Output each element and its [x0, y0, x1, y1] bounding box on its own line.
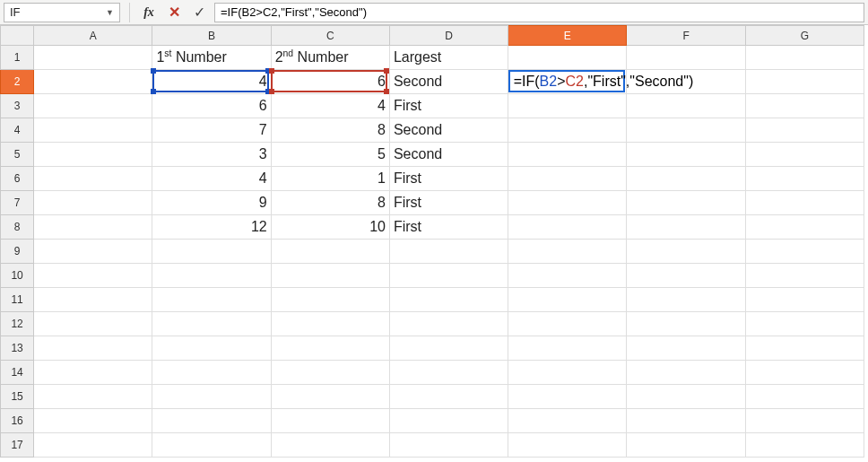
column-header-A[interactable]: A	[34, 26, 152, 46]
cell-A5[interactable]	[34, 143, 152, 167]
cell-B7[interactable]: 9	[152, 191, 271, 215]
column-header-C[interactable]: C	[271, 26, 389, 46]
cell-C2[interactable]: 6	[271, 70, 389, 94]
row-header-6[interactable]: 6	[1, 167, 34, 191]
spreadsheet-grid[interactable]: ABCDEFG 11st Number2nd NumberLargest246S…	[0, 25, 868, 462]
cell-D3[interactable]: First	[389, 94, 508, 118]
cell-B1[interactable]: 1st Number	[152, 46, 271, 70]
cell-D2[interactable]: Second	[389, 70, 508, 94]
cell-E6[interactable]	[508, 167, 627, 191]
cell-E2[interactable]	[508, 70, 627, 94]
cell-G13[interactable]	[745, 336, 864, 361]
cell-A16[interactable]	[34, 409, 152, 433]
cell-C14[interactable]	[271, 361, 389, 385]
cell-E15[interactable]	[508, 385, 627, 409]
cell-B6[interactable]: 4	[152, 167, 271, 191]
cell-E10[interactable]	[508, 264, 627, 288]
cell-B11[interactable]	[152, 288, 271, 312]
name-box[interactable]: IF ▼	[4, 3, 120, 22]
cell-A1[interactable]	[34, 46, 152, 70]
cell-G5[interactable]	[745, 143, 864, 167]
cell-C8[interactable]: 10	[271, 215, 389, 240]
cell-C17[interactable]	[271, 433, 389, 458]
row-header-1[interactable]: 1	[1, 46, 34, 70]
cell-D12[interactable]	[389, 312, 508, 336]
cell-G12[interactable]	[745, 312, 864, 336]
cell-C16[interactable]	[271, 409, 389, 433]
cell-B4[interactable]: 7	[152, 118, 271, 143]
cell-B14[interactable]	[152, 361, 271, 385]
cell-C4[interactable]: 8	[271, 118, 389, 143]
cell-G1[interactable]	[745, 46, 864, 70]
cell-F1[interactable]	[627, 46, 745, 70]
row-header-16[interactable]: 16	[1, 409, 34, 433]
row-header-8[interactable]: 8	[1, 215, 34, 240]
cell-G6[interactable]	[745, 167, 864, 191]
cell-C7[interactable]: 8	[271, 191, 389, 215]
row-header-7[interactable]: 7	[1, 191, 34, 215]
cell-A8[interactable]	[34, 215, 152, 240]
column-header-B[interactable]: B	[152, 26, 271, 46]
row-header-2[interactable]: 2	[1, 70, 34, 94]
cell-B10[interactable]	[152, 264, 271, 288]
row-header-15[interactable]: 15	[1, 385, 34, 409]
cell-F16[interactable]	[627, 409, 745, 433]
cell-F7[interactable]	[627, 191, 745, 215]
cell-F3[interactable]	[627, 94, 745, 118]
cell-B17[interactable]	[152, 433, 271, 458]
row-header-14[interactable]: 14	[1, 361, 34, 385]
cell-E3[interactable]	[508, 94, 627, 118]
cell-A12[interactable]	[34, 312, 152, 336]
cell-F17[interactable]	[627, 433, 745, 458]
cell-C9[interactable]	[271, 240, 389, 264]
cell-A4[interactable]	[34, 118, 152, 143]
cell-A9[interactable]	[34, 240, 152, 264]
cell-G3[interactable]	[745, 94, 864, 118]
column-header-E[interactable]: E	[508, 26, 627, 46]
cell-F10[interactable]	[627, 264, 745, 288]
cell-G7[interactable]	[745, 191, 864, 215]
cell-D11[interactable]	[389, 288, 508, 312]
cell-G11[interactable]	[745, 288, 864, 312]
cell-D4[interactable]: Second	[389, 118, 508, 143]
cell-D6[interactable]: First	[389, 167, 508, 191]
cell-A6[interactable]	[34, 167, 152, 191]
cell-A13[interactable]	[34, 336, 152, 361]
cell-C12[interactable]	[271, 312, 389, 336]
cell-F12[interactable]	[627, 312, 745, 336]
formula-input[interactable]	[214, 3, 864, 22]
cell-B15[interactable]	[152, 385, 271, 409]
cell-E9[interactable]	[508, 240, 627, 264]
cell-B5[interactable]: 3	[152, 143, 271, 167]
row-header-3[interactable]: 3	[1, 94, 34, 118]
cell-G14[interactable]	[745, 361, 864, 385]
cancel-icon[interactable]: ✕	[164, 3, 184, 22]
cell-B16[interactable]	[152, 409, 271, 433]
row-header-17[interactable]: 17	[1, 433, 34, 458]
cell-C15[interactable]	[271, 385, 389, 409]
cell-D10[interactable]	[389, 264, 508, 288]
row-header-4[interactable]: 4	[1, 118, 34, 143]
row-header-13[interactable]: 13	[1, 336, 34, 361]
cell-E1[interactable]	[508, 46, 627, 70]
row-header-11[interactable]: 11	[1, 288, 34, 312]
cell-D14[interactable]	[389, 361, 508, 385]
cell-A17[interactable]	[34, 433, 152, 458]
cell-E14[interactable]	[508, 361, 627, 385]
column-header-F[interactable]: F	[627, 26, 745, 46]
cell-C5[interactable]: 5	[271, 143, 389, 167]
cell-E16[interactable]	[508, 409, 627, 433]
cell-F5[interactable]	[627, 143, 745, 167]
cell-F14[interactable]	[627, 361, 745, 385]
cell-F15[interactable]	[627, 385, 745, 409]
cell-E12[interactable]	[508, 312, 627, 336]
cell-C1[interactable]: 2nd Number	[271, 46, 389, 70]
cell-G16[interactable]	[745, 409, 864, 433]
cell-D9[interactable]	[389, 240, 508, 264]
cell-A2[interactable]	[34, 70, 152, 94]
cell-C3[interactable]: 4	[271, 94, 389, 118]
row-header-5[interactable]: 5	[1, 143, 34, 167]
cell-D17[interactable]	[389, 433, 508, 458]
corner-cell[interactable]	[1, 26, 34, 46]
cell-D13[interactable]	[389, 336, 508, 361]
